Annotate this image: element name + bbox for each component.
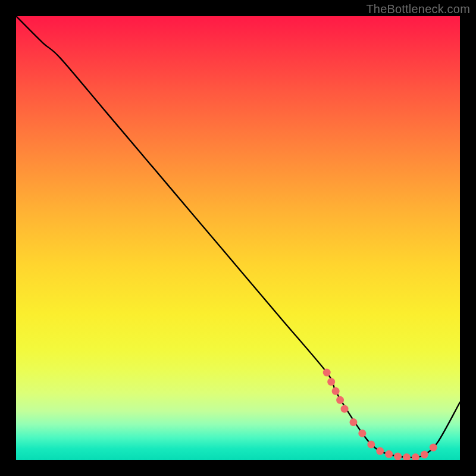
marker-dot [430,444,437,452]
watermark-text: TheBottleneck.com [366,2,470,16]
marker-group [323,369,437,460]
marker-dot [323,369,331,377]
marker-dot [341,405,349,413]
chart-svg [16,16,460,460]
plot-area [16,16,460,460]
bottleneck-curve [16,16,460,458]
marker-dot [327,378,335,386]
curve-group [16,16,460,458]
marker-dot [412,453,419,460]
chart-stage: TheBottleneck.com [0,0,476,476]
marker-dot [376,447,384,455]
marker-dot [403,453,411,460]
marker-dot [367,440,375,448]
marker-dot [358,430,366,437]
marker-dot [421,451,428,459]
marker-dot [332,387,340,395]
marker-dot [349,418,357,426]
marker-dot [394,453,402,460]
marker-dot [385,450,393,458]
marker-dot [336,396,344,404]
